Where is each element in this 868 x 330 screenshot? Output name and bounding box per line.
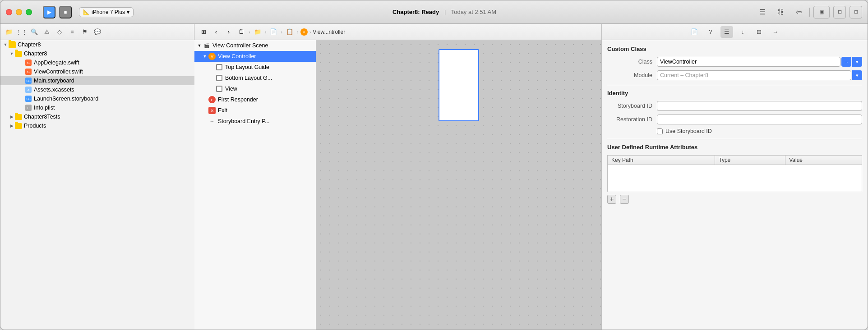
inspector-toolbar: 📄 ? ☰ ↓ ⊟ → xyxy=(602,24,868,40)
insp-connections-icon[interactable]: → xyxy=(769,26,782,38)
sidebar-item-products[interactable]: ▶ Products xyxy=(0,121,194,130)
scheme-label: iPhone 7 Plus xyxy=(92,9,125,15)
module-dropdown-btn[interactable]: ▾ xyxy=(852,70,862,80)
bc-sep-5: › xyxy=(309,29,311,35)
sidebar-item-chapter8tests[interactable]: ▶ Chapter8Tests xyxy=(0,112,194,121)
module-label: Module xyxy=(607,72,657,78)
file-breadcrumb-icon[interactable]: 🗒 xyxy=(236,27,247,37)
breadcrumb-label[interactable]: View...ntroller xyxy=(313,29,345,35)
storyboard-body: ▼ 🎬 View Controller Scene ▼ V View Contr… xyxy=(194,40,601,330)
scene-item-bottom-layout[interactable]: Bottom Layout G... xyxy=(194,73,316,83)
use-storyboard-id-checkbox[interactable] xyxy=(657,128,663,134)
link-icon[interactable]: ⛓ xyxy=(773,6,788,18)
layout-view-2[interactable]: ⊟ xyxy=(833,6,846,18)
doc-breadcrumb-icon[interactable]: 📋 xyxy=(284,27,295,37)
remove-attribute-button[interactable]: − xyxy=(620,195,629,204)
stop-button[interactable]: ■ xyxy=(59,6,72,18)
disclosure-products[interactable]: ▶ xyxy=(9,123,15,129)
scene-item-exit[interactable]: ✕ Exit xyxy=(194,105,316,116)
class-dropdown-btn[interactable]: ▾ xyxy=(852,57,862,67)
insp-identity-icon[interactable]: ☰ xyxy=(720,26,733,38)
sidebar-item-main-storyboard[interactable]: SB Main.storyboard xyxy=(0,76,194,85)
scene-label-top-layout: Top Layout Guide xyxy=(225,64,269,70)
sb-entry-icon: → xyxy=(208,117,216,125)
class-input-wrapper: ViewController → ▾ xyxy=(657,57,862,67)
sidebar-search-icon[interactable]: 🔍 xyxy=(28,27,40,37)
vc-icon: V xyxy=(208,52,216,60)
insp-size-icon[interactable]: ⊟ xyxy=(753,26,766,38)
sidebar-item-viewcontroller-swift[interactable]: S ViewController.swift xyxy=(0,67,194,76)
sidebar-item-appdelegate[interactable]: S AppDelegate.swift xyxy=(0,58,194,67)
add-attribute-button[interactable]: + xyxy=(607,195,616,204)
scene-item-first-responder[interactable]: F First Responder xyxy=(194,94,316,105)
disclosure-chapter8tests[interactable]: ▶ xyxy=(9,114,15,120)
sidebar-item-chapter8-root[interactable]: ▼ Chapter8 xyxy=(0,40,194,49)
sidebar-list-icon[interactable]: ≡ xyxy=(66,27,78,37)
minimize-button[interactable] xyxy=(16,9,22,15)
sidebar-item-info-plist[interactable]: P Info.plist xyxy=(0,103,194,112)
swift-icon-appdelegate: S xyxy=(25,59,32,66)
close-button[interactable] xyxy=(6,9,12,15)
sidebar-warning-icon[interactable]: ⚠ xyxy=(41,27,53,37)
scene-item-vc[interactable]: ▼ V View Controller xyxy=(194,51,316,62)
sidebar-folder-icon[interactable]: 📁 xyxy=(3,27,15,37)
col-key-path: Key Path xyxy=(608,156,715,165)
empty-row-cell xyxy=(608,165,862,192)
folder-breadcrumb-icon[interactable]: 📁 xyxy=(252,27,263,37)
fr-icon: F xyxy=(208,96,216,104)
scene-label-vc: View Controller xyxy=(218,53,256,60)
sidebar-label-products: Products xyxy=(24,123,46,129)
insp-file-icon[interactable]: 📄 xyxy=(688,26,701,38)
bc-sep-2: › xyxy=(265,29,267,35)
scene-item-top-layout[interactable]: Top Layout Guide xyxy=(194,62,316,73)
use-sb-id-wrapper: Use Storyboard ID xyxy=(657,128,712,134)
module-input[interactable]: Current – Chapter8 xyxy=(657,70,851,80)
bottom-layout-icon xyxy=(215,74,223,82)
back-icon[interactable]: ⇦ xyxy=(791,6,806,18)
scene-label-bottom-layout: Bottom Layout G... xyxy=(225,75,272,81)
class-input[interactable]: ViewController xyxy=(657,57,840,67)
class-navigate-btn[interactable]: → xyxy=(841,57,851,67)
sidebar-chat-icon[interactable]: 💬 xyxy=(92,27,103,37)
insp-help-icon[interactable]: ? xyxy=(704,26,717,38)
swift-icon-vc: S xyxy=(25,68,32,75)
sidebar-label-chapter8tests: Chapter8Tests xyxy=(24,114,60,120)
sidebar-item-assets[interactable]: A Assets.xcassets xyxy=(0,85,194,94)
sidebar-hierarchy-icon[interactable]: ⋮⋮ xyxy=(16,27,28,37)
disclosure-vc-scene[interactable]: ▼ xyxy=(196,43,203,48)
scene-item-sb-entry[interactable]: → Storyboard Entry P... xyxy=(194,116,316,127)
back-nav-btn[interactable]: ‹ xyxy=(211,27,222,37)
insp-attributes-icon[interactable]: ↓ xyxy=(737,26,749,38)
file2-breadcrumb-icon[interactable]: 📄 xyxy=(268,27,279,37)
sidebar-label-launchscreen: LaunchScreen.storyboard xyxy=(34,96,98,102)
window-controls xyxy=(6,9,32,15)
forward-nav-btn[interactable]: › xyxy=(223,27,234,37)
disclosure-chapter8-root[interactable]: ▼ xyxy=(2,41,9,48)
scene-list: ▼ 🎬 View Controller Scene ▼ V View Contr… xyxy=(194,40,316,330)
sidebar-item-chapter8-group[interactable]: ▼ Chapter8 xyxy=(0,49,194,58)
grid-view-btn[interactable]: ⊞ xyxy=(198,27,209,37)
disclosure-vc[interactable]: ▼ xyxy=(202,54,208,59)
disclosure-assets xyxy=(18,87,25,93)
sidebar-flag-icon[interactable]: ⚑ xyxy=(79,27,91,37)
maximize-button[interactable] xyxy=(26,9,32,15)
layout-view-3[interactable]: ⊞ xyxy=(850,6,862,18)
sidebar-tag-icon[interactable]: ◇ xyxy=(54,27,65,37)
run-button[interactable]: ▶ xyxy=(43,6,55,18)
sidebar-label-appdelegate: AppDelegate.swift xyxy=(34,60,79,66)
scene-label-fr: First Responder xyxy=(218,96,258,103)
scene-item-view[interactable]: View xyxy=(194,83,316,94)
bc-sep-4: › xyxy=(297,29,299,35)
scene-item-vc-scene[interactable]: ▼ 🎬 View Controller Scene xyxy=(194,40,316,51)
disclosure-chapter8-group[interactable]: ▼ xyxy=(9,50,15,57)
restoration-id-label: Restoration ID xyxy=(607,116,657,123)
storyboard-id-row: Storyboard ID xyxy=(607,101,862,111)
layout-view-1[interactable]: ▣ xyxy=(813,6,830,18)
scheme-selector[interactable]: 📐 iPhone 7 Plus ▾ xyxy=(79,7,134,17)
disclosure-vc-swift xyxy=(18,69,25,75)
sidebar-item-launchscreen[interactable]: SB LaunchScreen.storyboard xyxy=(0,94,194,103)
restoration-id-input[interactable] xyxy=(657,115,862,124)
storyboard-id-input[interactable] xyxy=(657,101,862,111)
layout-icon-1[interactable]: ☰ xyxy=(755,6,770,18)
storyboard-topbar: ⊞ ‹ › 🗒 › 📁 › 📄 › 📋 › V › View...ntrolle… xyxy=(194,24,601,40)
